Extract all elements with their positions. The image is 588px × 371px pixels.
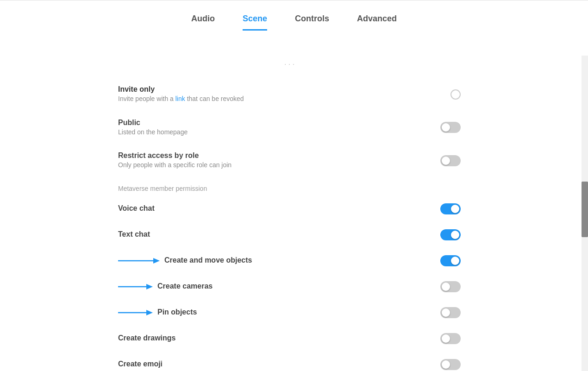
restrict-access-toggle-slider	[440, 155, 461, 166]
create-drawings-toggle[interactable]	[440, 333, 461, 344]
text-chat-title: Text chat	[118, 230, 431, 239]
invite-only-subtitle: Invite people with a link that can be re…	[118, 94, 441, 104]
tab-navigation: Audio Scene Controls Advanced	[0, 5, 588, 31]
arrow-icon-create-move-objects	[118, 256, 160, 266]
public-subtitle: Listed on the homepage	[118, 128, 431, 137]
setting-row-create-drawings: Create drawings	[118, 326, 461, 352]
create-emoji-toggle-slider	[440, 359, 461, 370]
arrow-create-cameras	[118, 282, 153, 292]
invite-only-title: Invite only	[118, 85, 441, 94]
tab-advanced[interactable]: Advanced	[357, 14, 397, 31]
create-move-objects-toggle[interactable]	[440, 255, 461, 266]
setting-info-public: Public Listed on the homepage	[118, 119, 431, 137]
permissions-list: Voice chat Text chat Create and move obj…	[118, 196, 461, 371]
pin-objects-toggle-slider	[440, 307, 461, 318]
setting-info-create-emoji: Create emoji	[118, 360, 431, 369]
create-move-objects-title: Create and move objects	[164, 256, 431, 264]
create-cameras-title: Create cameras	[157, 282, 431, 290]
setting-info-text-chat: Text chat	[118, 230, 431, 239]
page-container: Audio Scene Controls Advanced · · · Invi…	[0, 0, 588, 371]
public-toggle[interactable]	[440, 122, 461, 133]
tab-controls[interactable]: Controls	[295, 14, 329, 31]
create-cameras-toggle[interactable]	[440, 281, 461, 292]
setting-info-create-move-objects: Create and move objects	[164, 256, 431, 265]
voice-chat-toggle[interactable]	[440, 203, 461, 214]
setting-info-create-cameras: Create cameras	[157, 282, 431, 291]
settings-wrapper: · · · Invite only Invite people with a l…	[118, 56, 470, 371]
tab-scene[interactable]: Scene	[243, 14, 267, 31]
public-title: Public	[118, 119, 431, 127]
svg-marker-3	[146, 284, 153, 289]
text-chat-toggle[interactable]	[440, 229, 461, 240]
section-label-permissions: Metaverse member permission	[118, 177, 461, 196]
restrict-access-toggle[interactable]	[440, 155, 461, 166]
faded-text: · · ·	[284, 60, 294, 69]
top-border	[0, 0, 588, 0]
setting-row-create-emoji: Create emoji	[118, 352, 461, 371]
restrict-access-title: Restrict access by role	[118, 151, 431, 160]
arrow-create-move-objects	[118, 256, 160, 266]
voice-chat-toggle-slider	[440, 203, 461, 214]
voice-chat-title: Voice chat	[118, 204, 431, 213]
setting-info-restrict-access: Restrict access by role Only people with…	[118, 151, 431, 170]
create-cameras-toggle-slider	[440, 281, 461, 292]
setting-row-create-move-objects: Create and move objects	[118, 248, 461, 274]
setting-row-text-chat: Text chat	[118, 222, 461, 248]
create-emoji-toggle[interactable]	[440, 359, 461, 370]
faded-row: · · ·	[118, 56, 461, 78]
setting-row-public: Public Listed on the homepage	[118, 111, 461, 145]
create-emoji-title: Create emoji	[118, 360, 431, 368]
setting-row-invite-only: Invite only Invite people with a link th…	[118, 78, 461, 111]
restrict-access-subtitle: Only people with a specific role can joi…	[118, 161, 431, 170]
arrow-icon-create-cameras	[118, 282, 153, 292]
setting-row-restrict-access: Restrict access by role Only people with…	[118, 144, 461, 177]
setting-info-pin-objects: Pin objects	[157, 308, 431, 317]
create-drawings-title: Create drawings	[118, 334, 431, 342]
arrow-pin-objects	[118, 308, 153, 318]
svg-marker-1	[153, 258, 160, 264]
setting-info-voice-chat: Voice chat	[118, 204, 431, 214]
setting-info-invite-only: Invite only Invite people with a link th…	[118, 85, 441, 104]
tab-audio[interactable]: Audio	[191, 14, 215, 31]
pin-objects-title: Pin objects	[157, 308, 431, 316]
content-area[interactable]: · · · Invite only Invite people with a l…	[0, 56, 588, 371]
setting-row-pin-objects: Pin objects	[118, 300, 461, 326]
svg-marker-5	[146, 310, 153, 315]
create-drawings-toggle-slider	[440, 333, 461, 344]
invite-only-link[interactable]: link	[175, 95, 185, 102]
pin-objects-toggle[interactable]	[440, 307, 461, 318]
setting-row-create-cameras: Create cameras	[118, 274, 461, 300]
invite-only-radio[interactable]	[450, 89, 461, 100]
create-move-objects-toggle-slider	[440, 255, 461, 266]
arrow-icon-pin-objects	[118, 308, 153, 318]
public-toggle-slider	[440, 122, 461, 133]
setting-info-create-drawings: Create drawings	[118, 334, 431, 343]
text-chat-toggle-slider	[440, 229, 461, 240]
setting-row-voice-chat: Voice chat	[118, 196, 461, 222]
